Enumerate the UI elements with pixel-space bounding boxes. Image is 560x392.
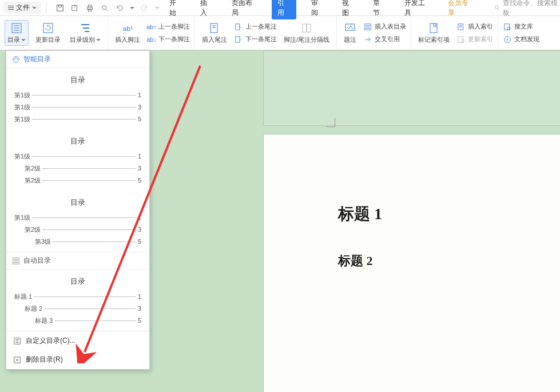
insert-fig-toc-button[interactable]: 插入表目录 <box>363 22 406 31</box>
toc-preset-3[interactable]: 目录 第1级1 第2级3 第3级5 <box>6 191 149 252</box>
update-index-label: 更新索引 <box>468 35 493 43</box>
update-toc-icon <box>42 22 54 34</box>
toc-line: 标题 23 <box>14 304 141 313</box>
update-toc-label: 更新目录 <box>35 35 61 44</box>
insert-endnote-button[interactable]: 插入尾注 <box>200 21 229 45</box>
toc-line: 第2级3 <box>14 225 141 234</box>
mark-index-icon <box>428 22 440 34</box>
svg-rect-11 <box>211 23 217 33</box>
ribbon-group-footnote: ab¹ 插入脚注 ab↑上一条脚注 ab↓下一条脚注 <box>108 16 195 50</box>
mark-index-button[interactable]: 标记索引项 <box>416 21 452 45</box>
insert-footnote-button[interactable]: ab¹ 插入脚注 <box>113 21 142 45</box>
prev-footnote-label: 上一条脚注 <box>158 22 190 31</box>
toc-dropdown-footer: 自定义目录(C)... 删除目录(R) <box>6 331 149 369</box>
svg-point-7 <box>495 6 498 9</box>
page-1-bottom <box>263 50 560 126</box>
compass-icon <box>503 35 512 44</box>
caption-button[interactable]: 题注 <box>341 21 359 45</box>
toc-level-button[interactable]: 目录级别 <box>67 21 103 45</box>
prev-endnote-icon <box>234 22 243 31</box>
heading-1[interactable]: 标题 1 <box>338 203 514 225</box>
index-tools: 插入索引 更新索引 <box>456 22 493 44</box>
svg-point-21 <box>461 39 464 42</box>
separator-icon <box>300 22 313 34</box>
auto-toc-label: 自动目录 <box>23 256 51 266</box>
svg-rect-12 <box>236 23 240 30</box>
separator-label: 脚注/尾注分隔线 <box>284 35 329 44</box>
search-lib-button[interactable]: 搜文库 <box>503 22 539 31</box>
toc-line: 第1级5 <box>14 115 141 124</box>
caption-label: 题注 <box>344 35 356 44</box>
toc-button[interactable]: 目录 <box>5 20 29 46</box>
search-lib-icon <box>503 22 512 31</box>
svg-text:ab¹: ab¹ <box>123 25 133 33</box>
toc-level-icon <box>79 22 92 34</box>
toc-line: 第1级1 <box>14 91 141 100</box>
delete-toc-label: 删除目录(R) <box>26 355 63 365</box>
page-corner-mark <box>326 118 335 127</box>
toc-title: 目录 <box>14 197 141 208</box>
toc-line: 第1级1 <box>14 213 141 222</box>
toc-preset-1[interactable]: 目录 第1级1 第1级3 第1级5 <box>6 68 149 129</box>
toc-preset-auto[interactable]: 目录 标题 11 标题 23 标题 35 <box>6 270 149 331</box>
custom-toc-button[interactable]: 自定义目录(C)... <box>6 331 149 350</box>
cross-ref-icon <box>363 35 372 44</box>
ribbon-group-toc: 目录 更新目录 目录级别 <box>0 16 108 50</box>
toc-line: 第3级5 <box>14 237 141 246</box>
insert-index-label: 插入索引 <box>468 22 493 31</box>
custom-toc-icon <box>13 337 21 345</box>
svg-point-23 <box>507 27 510 30</box>
ribbon-group-caption: 题注 插入表目录 交叉引用 <box>337 16 411 50</box>
insert-index-button[interactable]: 插入索引 <box>456 22 493 31</box>
search-icon <box>494 5 501 11</box>
delete-toc-icon <box>13 356 21 364</box>
search-placeholder: 查找命令、搜索模板 <box>503 0 560 18</box>
auto-toc-icon <box>12 257 20 265</box>
endnote-icon <box>208 22 221 34</box>
next-endnote-button[interactable]: 下一条尾注 <box>234 35 277 44</box>
caption-tools: 插入表目录 交叉引用 <box>363 22 406 44</box>
update-toc-button[interactable]: 更新目录 <box>33 21 63 45</box>
update-index-icon <box>456 35 466 44</box>
doc-discover-button[interactable]: 文档发现 <box>503 35 539 44</box>
insert-index-icon <box>456 22 466 31</box>
next-footnote-label: 下一条脚注 <box>158 35 190 43</box>
next-endnote-label: 下一条尾注 <box>245 35 277 43</box>
fig-toc-label: 插入表目录 <box>375 22 406 31</box>
mark-index-label: 标记索引项 <box>418 35 450 44</box>
page-2[interactable]: 标题 1 标题 2 <box>263 134 560 392</box>
ribbon-group-index: 标记索引项 插入索引 更新索引 <box>411 16 498 50</box>
toc-line: 第2级5 <box>14 176 141 185</box>
search-lib-label: 搜文库 <box>514 22 533 31</box>
next-footnote-icon: ab↓ <box>147 35 156 44</box>
heading-2[interactable]: 标题 2 <box>338 252 514 270</box>
fig-toc-icon <box>363 22 372 31</box>
prev-footnote-button[interactable]: ab↑上一条脚注 <box>147 22 190 31</box>
insert-footnote-label: 插入脚注 <box>115 35 140 44</box>
prev-endnote-button[interactable]: 上一条尾注 <box>234 22 277 31</box>
toc-line: 标题 35 <box>14 316 141 325</box>
caption-icon <box>344 22 356 34</box>
svg-rect-9 <box>43 23 53 33</box>
ribbon-group-endnote: 插入尾注 上一条尾注 下一条尾注 脚注/尾注分隔线 <box>195 16 337 50</box>
cross-ref-button[interactable]: 交叉引用 <box>363 35 406 44</box>
doc-discover-label: 文档发现 <box>514 35 539 43</box>
endnote-nav: 上一条尾注 下一条尾注 <box>234 22 277 44</box>
footnote-icon: ab¹ <box>121 22 134 34</box>
ribbon-tabs: 开始 插入 页面布局 引用 审阅 视图 章节 开发工具 会员专享 查找命令、搜索… <box>0 0 560 16</box>
toc-title: 目录 <box>14 276 141 287</box>
toc-line: 第1级3 <box>14 103 141 112</box>
toc-title: 目录 <box>14 75 141 85</box>
footnote-nav: ab↑上一条脚注 ab↓下一条脚注 <box>147 22 190 44</box>
delete-toc-button[interactable]: 删除目录(R) <box>6 350 149 369</box>
toc-dropdown-panel: 智能目录 目录 第1级1 第1级3 第1级5 目录 第1级1 第2级3 第2级5… <box>6 50 150 370</box>
next-footnote-button[interactable]: ab↓下一条脚注 <box>147 35 190 44</box>
separator-button: 脚注/尾注分隔线 <box>281 21 332 45</box>
toc-line: 第1级1 <box>14 152 141 161</box>
toc-line: 标题 11 <box>14 292 141 301</box>
auto-toc-header: 自动目录 <box>6 252 149 270</box>
update-index-button: 更新索引 <box>456 35 493 44</box>
command-search[interactable]: 查找命令、搜索模板 <box>494 0 560 18</box>
toc-preset-2[interactable]: 目录 第1级1 第2级3 第2级5 <box>6 129 149 191</box>
ribbon: 目录 更新目录 目录级别 ab¹ 插入脚注 ab↑上一条脚注 ab↓下一条脚注 … <box>0 16 560 50</box>
